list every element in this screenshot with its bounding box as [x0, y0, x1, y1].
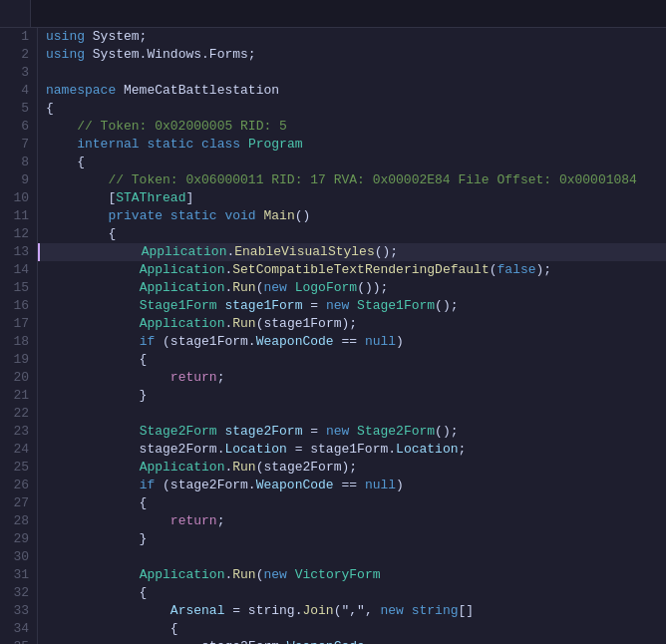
token-kw: new [263, 566, 286, 584]
token-kw: namespace [46, 82, 116, 100]
token-type: Program [248, 136, 303, 154]
token-plain [46, 423, 140, 441]
token-plain: . [224, 261, 232, 279]
token-kw: private [108, 207, 163, 225]
token-type: Application [140, 279, 225, 297]
line-number: 27 [4, 494, 29, 512]
line-number: 18 [4, 333, 29, 351]
code-line: // Token: 0x02000005 RID: 5 [38, 118, 666, 136]
token-plain: . [226, 243, 234, 261]
code-line: Application.EnableVisualStyles(); [38, 243, 666, 261]
token-plain [46, 566, 140, 584]
code-line: { [38, 620, 666, 638]
token-plain [140, 136, 148, 154]
token-plain: [] [459, 602, 475, 620]
token-type: Stage1Form [357, 297, 435, 315]
token-plain [217, 207, 225, 225]
token-kw: new [326, 297, 349, 315]
token-plain: System; [85, 28, 147, 46]
token-method: SetCompatibleTextRenderingDefault [232, 261, 489, 279]
code-line: stage2Form.WeaponCode, [38, 638, 666, 644]
line-number: 28 [4, 512, 29, 530]
token-plain: (stage2Form. [155, 477, 255, 494]
token-plain [46, 279, 140, 297]
token-attr: WeaponCode [256, 333, 334, 351]
line-number: 8 [4, 154, 29, 171]
line-number: 34 [4, 620, 29, 638]
code-line: if (stage1Form.WeaponCode == null) [38, 333, 666, 351]
line-number: 9 [4, 171, 29, 189]
token-kw: void [224, 207, 255, 225]
token-purple: return [170, 369, 217, 387]
token-plain: { [46, 494, 147, 512]
token-method: EnableVisualStyles [234, 243, 374, 261]
token-plain: ; [459, 441, 467, 459]
code-line: Stage2Form stage2Form = new Stage2Form()… [38, 423, 666, 441]
code-line: { [38, 154, 666, 171]
token-plain: . [224, 315, 232, 333]
token-method: Main [264, 207, 295, 225]
token-kw: new [380, 602, 403, 620]
line-number: 31 [4, 566, 29, 584]
token-attr: Location [396, 441, 458, 459]
token-plain [46, 333, 140, 351]
code-line: return; [38, 512, 666, 530]
token-kw: if [140, 333, 156, 351]
token-method: Run [232, 459, 255, 477]
code-line: { [38, 351, 666, 369]
token-plain: MemeCatBattlestation [116, 82, 279, 100]
token-plain: ) [396, 477, 404, 494]
line-number: 23 [4, 423, 29, 441]
line-number: 33 [4, 602, 29, 620]
code-line: stage2Form.Location = stage1Form.Locatio… [38, 441, 666, 459]
code-line [38, 405, 666, 423]
token-comment: // Token: 0x06000011 RID: 17 RVA: 0x0000… [46, 171, 637, 189]
token-plain [404, 602, 412, 620]
token-plain: ; [217, 512, 225, 530]
token-plain [349, 297, 357, 315]
token-type: Application [140, 459, 225, 477]
token-plain: ( [256, 279, 264, 297]
line-number: 24 [4, 441, 29, 459]
code-content[interactable]: using System;using System.Windows.Forms;… [38, 28, 666, 644]
token-kw: if [140, 477, 156, 494]
code-line: Application.SetCompatibleTextRenderingDe… [38, 261, 666, 279]
token-plain: == [334, 333, 365, 351]
token-plain: ); [536, 261, 552, 279]
token-plain: [ [46, 189, 116, 207]
token-plain: } [46, 387, 147, 405]
line-number: 14 [4, 261, 29, 279]
line-number: 19 [4, 351, 29, 369]
token-attr: stage1Form [224, 297, 302, 315]
token-kw: null [365, 477, 396, 494]
line-number: 4 [4, 82, 29, 100]
tab-program[interactable] [0, 0, 31, 27]
line-number: 17 [4, 315, 29, 333]
line-number: 20 [4, 369, 29, 387]
token-plain: (stage2Form); [256, 459, 357, 477]
token-plain [193, 136, 201, 154]
token-plain: = [302, 297, 325, 315]
token-plain: { [46, 225, 116, 243]
token-plain: ) [396, 333, 404, 351]
token-plain: (",", [334, 602, 381, 620]
code-line: { [38, 225, 666, 243]
token-plain [46, 261, 140, 279]
token-plain [287, 566, 295, 584]
line-number: 10 [4, 189, 29, 207]
line-numbers: 1234567891011121314151617181920212223242… [0, 28, 38, 644]
token-type: Application [140, 261, 225, 279]
tab-bar [0, 0, 666, 28]
code-line: } [38, 530, 666, 548]
token-purple: return [170, 512, 217, 530]
code-line [38, 64, 666, 82]
token-plain [217, 297, 225, 315]
token-plain: . [224, 279, 232, 297]
token-plain: { [46, 620, 178, 638]
token-attr: WeaponCode [287, 638, 365, 644]
token-plain: (); [435, 423, 458, 441]
token-plain: { [46, 100, 54, 118]
code-line: Application.Run(stage1Form); [38, 315, 666, 333]
token-plain: { [46, 154, 85, 171]
token-attr: Arsenal [170, 602, 225, 620]
